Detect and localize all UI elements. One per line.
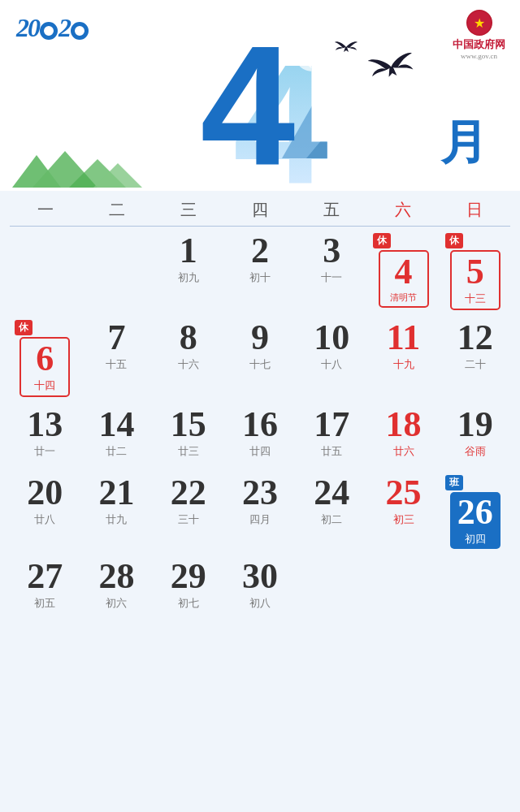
day-12: 12 二十 — [440, 317, 510, 400]
day-28: 28 初六 — [81, 555, 151, 620]
lunar-5: 十三 — [465, 292, 486, 306]
day-number-8: 8 — [180, 320, 197, 356]
lunar-30: 初八 — [249, 596, 271, 611]
lunar-28: 初六 — [106, 596, 127, 611]
day-number-22: 22 — [171, 475, 206, 511]
day-number-12: 12 — [457, 320, 493, 356]
day-number-29: 29 — [171, 559, 206, 594]
weekday-tue: 二 — [81, 199, 153, 221]
lunar-29: 初七 — [178, 596, 199, 611]
year-text: 20 — [16, 13, 39, 42]
empty-cell-4 — [368, 555, 438, 620]
day-23: 23 四月 — [225, 472, 295, 552]
mountains-decoration — [12, 143, 142, 191]
lunar-2: 初十 — [249, 270, 271, 285]
day-20: 20 廿八 — [10, 472, 80, 552]
calendar-body: 一 二 三 四 五 六 日 1 初九 2 初十 3 十一 — [0, 191, 520, 812]
day-26: 班 26 初四 — [440, 472, 510, 552]
day-16: 16 廿四 — [225, 404, 295, 469]
day-7: 7 十五 — [81, 317, 151, 400]
day-10: 10 十八 — [297, 317, 366, 400]
svg-rect-8 — [359, 106, 379, 122]
day-number-19: 19 — [457, 407, 493, 443]
day-22: 22 三十 — [154, 472, 223, 552]
empty-cell-3 — [297, 555, 366, 620]
svg-marker-9 — [357, 93, 382, 106]
day-number-18: 18 — [386, 407, 422, 443]
day-13: 13 廿一 — [10, 404, 80, 469]
day-11: 11 十九 — [368, 317, 438, 400]
day-number-6: 6 — [36, 341, 54, 377]
lunar-26: 初四 — [465, 532, 486, 546]
lunar-20: 廿八 — [34, 512, 55, 527]
day-21: 21 廿九 — [81, 472, 151, 552]
lunar-16: 廿四 — [249, 444, 271, 459]
day-box-26: 26 初四 — [450, 492, 500, 549]
weekday-sat: 六 — [367, 199, 439, 221]
lunar-22: 三十 — [178, 512, 199, 527]
day-number-21: 21 — [98, 475, 134, 511]
svg-point-4 — [298, 54, 331, 71]
day-box-4: 4 清明节 — [379, 250, 429, 308]
zero-circle-2 — [71, 22, 89, 40]
lunar-15: 廿三 — [178, 444, 199, 459]
lunar-17: 廿五 — [321, 444, 342, 459]
day-number-28: 28 — [98, 559, 134, 594]
day-number-20: 20 — [27, 475, 63, 511]
month-number: 4 — [201, 20, 296, 191]
day-number-14: 14 — [98, 407, 134, 443]
day-number-25: 25 — [386, 475, 422, 511]
day-30: 30 初八 — [225, 555, 295, 620]
day-number-5: 5 — [466, 254, 484, 290]
weekday-fri: 五 — [296, 199, 367, 221]
lunar-1: 初九 — [178, 270, 199, 285]
day-number-17: 17 — [314, 407, 349, 443]
work-badge-26: 班 — [445, 475, 463, 490]
day-number-30: 30 — [242, 559, 278, 594]
lunar-6: 十四 — [34, 378, 55, 393]
day-29: 29 初七 — [154, 555, 223, 620]
lunar-10: 十八 — [321, 357, 342, 372]
day-number-27: 27 — [27, 559, 63, 594]
day-number-13: 13 — [27, 407, 63, 443]
lunar-25: 初三 — [393, 512, 414, 527]
day-number-7: 7 — [107, 320, 125, 356]
day-number-9: 9 — [251, 320, 269, 356]
day-5: 休 5 十三 — [440, 230, 510, 313]
lunar-21: 廿九 — [106, 512, 127, 527]
svg-point-3 — [333, 47, 369, 67]
day-27: 27 初五 — [10, 555, 80, 620]
lunar-13: 廿一 — [34, 444, 55, 459]
empty-cell-1 — [10, 230, 80, 313]
weekday-header: 一 二 三 四 五 六 日 — [10, 191, 510, 227]
holiday-badge-4: 休 — [373, 233, 391, 248]
zero-circle-1 — [40, 22, 58, 40]
lunar-9: 十七 — [249, 357, 271, 372]
day-4: 休 4 清明节 — [368, 230, 438, 313]
holiday-badge-6: 休 — [15, 320, 32, 335]
day-3: 3 十一 — [297, 230, 366, 313]
day-9: 9 十七 — [225, 317, 295, 400]
day-number-16: 16 — [242, 407, 278, 443]
lunar-3: 十一 — [321, 270, 342, 285]
lunar-14: 廿二 — [106, 444, 127, 459]
weekday-sun: 日 — [439, 199, 510, 221]
svg-marker-7 — [339, 114, 412, 158]
mountains-svg — [12, 143, 142, 188]
header-banner: 202 ★ 中国政府网 www.gov.cn — [0, 0, 520, 191]
empty-cell-2 — [81, 230, 151, 313]
weekday-wed: 三 — [153, 199, 224, 221]
lunar-23: 四月 — [249, 512, 271, 527]
lunar-4: 清明节 — [390, 292, 417, 304]
lunar-8: 十六 — [178, 357, 199, 372]
weekday-mon: 一 — [10, 199, 81, 221]
lunar-7: 十五 — [106, 357, 127, 372]
day-17: 17 廿五 — [297, 404, 366, 469]
month-char: 月 — [440, 111, 488, 175]
day-1: 1 初九 — [154, 230, 223, 313]
day-number-26: 26 — [457, 495, 493, 530]
empty-cell-5 — [440, 555, 510, 620]
day-number-1: 1 — [180, 233, 197, 269]
lunar-18: 廿六 — [393, 444, 414, 459]
day-14: 14 廿二 — [81, 404, 151, 469]
